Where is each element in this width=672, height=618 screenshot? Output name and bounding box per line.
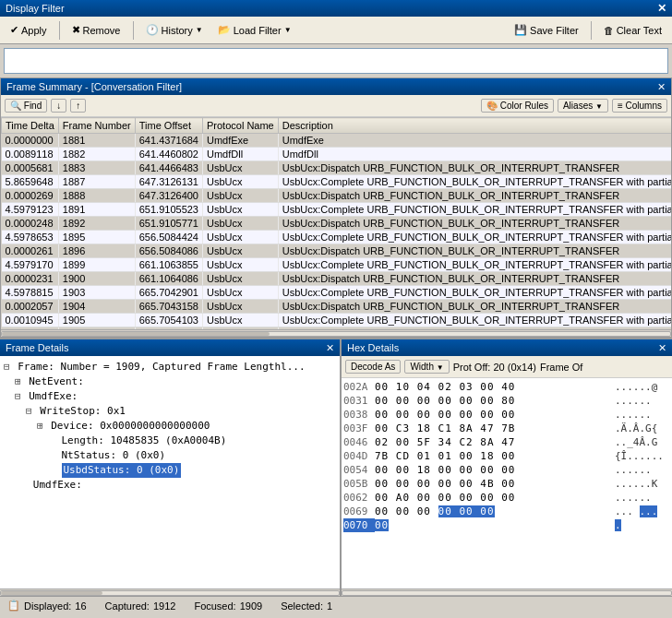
aliases-button[interactable]: Aliases ▼ <box>558 99 608 113</box>
aliases-dropdown-arrow: ▼ <box>595 102 603 111</box>
hex-row: 0038 00 00 00 00 00 00 00 ...... <box>343 408 670 422</box>
hex-row: 003F 00 C3 18 C1 8A 47 7B .Ä.Â.G{ <box>343 422 670 435</box>
title-bar: Display Filter ✕ <box>0 0 672 17</box>
scroll-up-button[interactable]: ↑ <box>70 99 86 113</box>
hex-ascii: ......@ <box>615 380 670 394</box>
cell-time-offset: 651.9105771 <box>135 217 202 231</box>
frame-summary-title: Frame Summary - [Conversation Filter] <box>6 81 182 92</box>
table-row[interactable]: 0.0000261 1896 656.5084086 UsbUcx UsbUcx… <box>2 244 672 258</box>
load-dropdown-arrow: ▼ <box>284 26 292 34</box>
cell-description: UsbUcx:Complete URB_FUNCTION_BULK_OR_INT… <box>278 175 671 189</box>
cell-time-offset: 647.3126131 <box>135 175 202 189</box>
captured-value: 1912 <box>153 600 175 612</box>
table-row[interactable]: 0.0000269 1888 647.3126400 UsbUcx UsbUcx… <box>2 189 672 203</box>
cell-frame: 1892 <box>58 217 135 231</box>
hex-bytes: 00 10 04 02 03 00 40 <box>375 380 615 394</box>
load-filter-button[interactable]: 📂 Load Filter ▼ <box>211 20 298 41</box>
clear-icon: 🗑 <box>604 25 614 36</box>
cell-description: UsbUcx:Complete URB_FUNCTION_BULK_OR_INT… <box>278 286 671 300</box>
col-time-delta[interactable]: Time Delta <box>2 118 59 134</box>
hex-content: 002A 00 10 04 02 03 00 40 ......@ 0031 0… <box>342 378 672 588</box>
tree-item-length: Length: 10485835 (0xA0004B) <box>37 434 336 448</box>
hex-details-close-icon[interactable]: ✕ <box>658 342 666 354</box>
hex-row: 005B 00 00 00 00 00 4B 00 ......K <box>343 477 670 491</box>
hex-scrollbar[interactable] <box>342 588 672 596</box>
hex-row: 0070 00 . <box>343 518 670 532</box>
frame-table: Time Delta Frame Number Time Offset Prot… <box>1 117 671 329</box>
hex-ascii: ......K <box>615 477 670 491</box>
remove-button[interactable]: ✖ Remove <box>66 20 127 41</box>
filter-input[interactable] <box>6 55 666 66</box>
width-button[interactable]: Width ▼ <box>404 360 449 374</box>
col-frame-number[interactable]: Frame Number <box>58 118 135 134</box>
summary-toolbar-right: 🎨 Color Rules Aliases ▼ ≡ Columns <box>481 99 667 113</box>
table-row[interactable]: 0.0005681 1883 641.4466483 UsbUcx UsbUcx… <box>2 161 672 175</box>
frame-details-close-icon[interactable]: ✕ <box>326 342 334 354</box>
cell-time-delta: 0.0000261 <box>2 244 59 258</box>
hex-row: 0031 00 00 00 00 00 00 80 ...... <box>343 394 670 408</box>
hex-details-title: Hex Details <box>347 342 399 353</box>
status-item-selected: Selected: 1 <box>281 600 332 612</box>
cell-description: UsbUcx:Dispatch URB_FUNCTION_BULK_OR_INT… <box>278 161 671 175</box>
cell-time-offset: 665.7043158 <box>135 300 202 314</box>
tree-item-usbdstatus[interactable]: UsbdStatus: 0 (0x0) <box>37 463 336 478</box>
hex-address: 003F <box>343 422 375 435</box>
cell-frame: 1895 <box>58 231 135 244</box>
status-item-focused: Focused: 1909 <box>194 600 262 612</box>
decode-as-button[interactable]: Decode As <box>345 360 401 374</box>
scroll-thumb[interactable] <box>2 332 270 336</box>
ascii-highlight: . <box>615 519 621 531</box>
columns-button[interactable]: ≡ Columns <box>612 99 667 113</box>
table-row[interactable]: 0.0010945 1905 665.7054103 UsbUcx UsbUcx… <box>2 314 672 327</box>
table-row[interactable]: 4.5978653 1895 656.5084424 UsbUcx UsbUcx… <box>2 231 672 244</box>
col-description[interactable]: Description <box>278 118 671 134</box>
hex-ascii: ...... <box>615 491 670 505</box>
table-row[interactable]: 0.0089118 1882 641.4460802 UmdfDll UmdfD… <box>2 148 672 161</box>
displayed-icon: 📋 <box>7 600 20 612</box>
color-rules-button[interactable]: 🎨 Color Rules <box>481 99 554 113</box>
hex-address: 0038 <box>343 408 375 422</box>
scroll-track[interactable] <box>1 331 671 337</box>
ascii-highlight: ... <box>640 505 658 517</box>
col-protocol-name[interactable]: Protocol Name <box>202 118 278 134</box>
table-row[interactable]: 5.8659648 1887 647.3126131 UsbUcx UsbUcx… <box>2 175 672 189</box>
table-row[interactable]: 0.0000231 1900 661.1064086 UsbUcx UsbUcx… <box>2 272 672 286</box>
hex-address: 0046 <box>343 435 375 449</box>
hex-toolbar: Decode As Width ▼ Prot Off: 20 (0x14) Fr… <box>342 356 672 378</box>
cell-time-delta: 0.0010945 <box>2 314 59 327</box>
cell-description: UsbUcx:Complete URB_FUNCTION_BULK_OR_INT… <box>278 203 671 217</box>
cell-protocol: UsbUcx <box>202 300 278 314</box>
hex-address: 004D <box>343 449 375 463</box>
tree-item-netevent: ⊞ NetEvent: <box>15 374 336 389</box>
details-scrollbar[interactable] <box>0 588 340 596</box>
close-button[interactable]: ✕ <box>657 2 666 15</box>
hex-address: 002A <box>343 380 375 394</box>
table-row[interactable]: 4.5978815 1903 665.7042901 UsbUcx UsbUcx… <box>2 286 672 300</box>
table-row[interactable]: 4.5979123 1891 651.9105523 UsbUcx UsbUcx… <box>2 203 672 217</box>
apply-button[interactable]: ✔ Apply <box>4 20 54 41</box>
hex-ascii: .._4Â.G <box>615 435 670 449</box>
filter-input-area[interactable] <box>4 48 668 74</box>
cell-protocol: UsbUcx <box>202 203 278 217</box>
table-header-row: Time Delta Frame Number Time Offset Prot… <box>2 118 672 134</box>
table-row[interactable]: 0.0002057 1904 665.7043158 UsbUcx UsbUcx… <box>2 300 672 314</box>
save-filter-button[interactable]: 💾 Save Filter <box>508 20 585 41</box>
scroll-down-button[interactable]: ↓ <box>51 99 66 113</box>
table-row[interactable]: 0.0000248 1892 651.9105771 UsbUcx UsbUcx… <box>2 217 672 231</box>
horizontal-scrollbar[interactable] <box>1 329 671 337</box>
cell-protocol: UsbUcx <box>202 258 278 272</box>
panel-close-icon[interactable]: ✕ <box>657 81 666 93</box>
hex-bytes: 7B CD 01 01 00 18 00 <box>375 449 615 463</box>
expand-icon: ⊟ <box>4 361 10 373</box>
history-button[interactable]: 🕐 History ▼ <box>139 20 210 41</box>
hex-details-panel: Hex Details ✕ Decode As Width ▼ Prot Off… <box>342 339 672 596</box>
col-time-offset[interactable]: Time Offset <box>135 118 202 134</box>
find-icon: 🔍 <box>10 101 21 111</box>
hex-bytes: 00 00 18 00 00 00 00 <box>375 463 615 477</box>
table-row[interactable]: 0.0000000 1881 641.4371684 UmdfExe UmdfE… <box>2 134 672 148</box>
clear-text-button[interactable]: 🗑 Clear Text <box>597 20 668 41</box>
expand-icon: ⊟ <box>15 390 21 402</box>
find-button[interactable]: 🔍 Find <box>5 99 47 113</box>
table-row[interactable]: 4.5979170 1899 661.1063855 UsbUcx UsbUcx… <box>2 258 672 272</box>
cell-time-offset: 665.7042901 <box>135 286 202 300</box>
